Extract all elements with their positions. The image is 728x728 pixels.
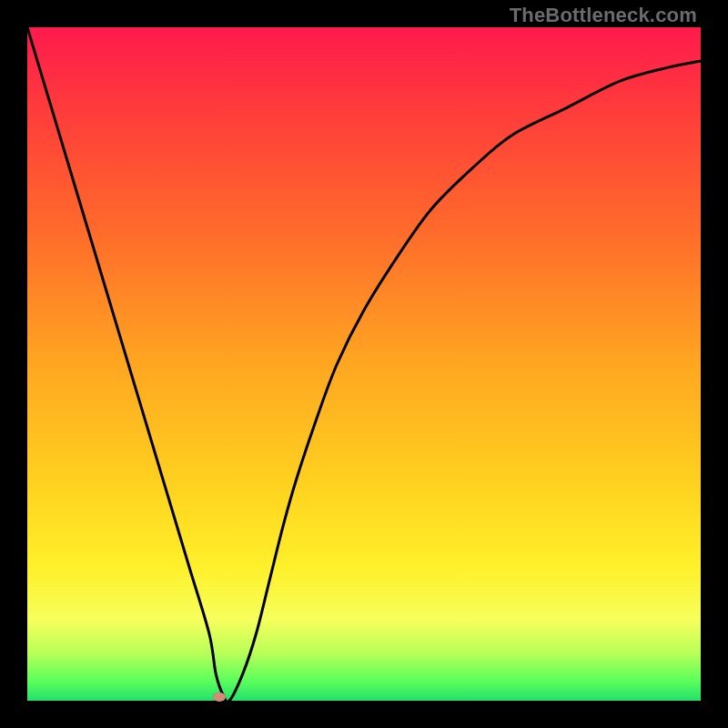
bottleneck-curve	[27, 27, 701, 702]
plot-area	[27, 27, 701, 701]
attribution-text: TheBottleneck.com	[510, 4, 697, 27]
curve-svg	[27, 27, 701, 701]
chart-frame: TheBottleneck.com	[0, 0, 728, 728]
